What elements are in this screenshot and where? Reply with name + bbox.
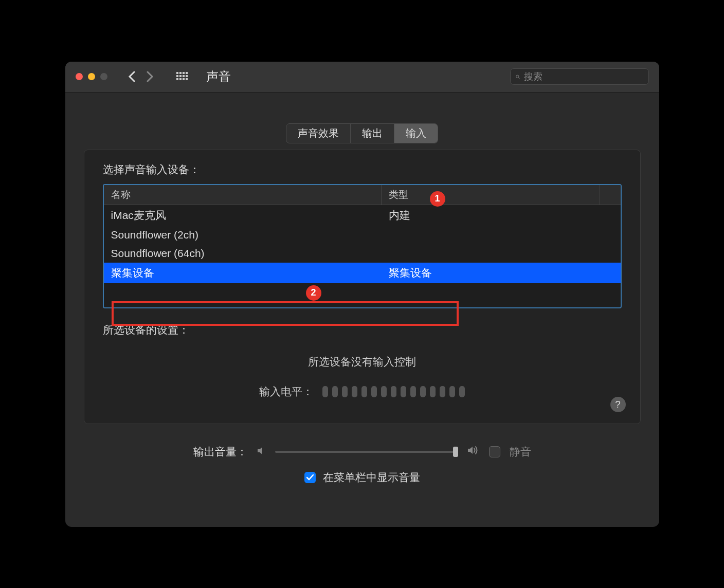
- chevron-right-icon: [147, 71, 154, 82]
- table-header: 名称 类型: [104, 185, 621, 205]
- grid-icon: [176, 72, 189, 81]
- svg-line-13: [518, 77, 519, 78]
- svg-rect-1: [179, 72, 182, 74]
- level-pip: [361, 386, 367, 397]
- no-input-controls-text: 所选设备没有输入控制: [84, 342, 640, 380]
- level-pip: [381, 386, 387, 397]
- input-panel: 选择声音输入设备： 名称 类型 iMac麦克风 内建 Soundflower (…: [84, 150, 641, 424]
- level-pip: [430, 386, 436, 397]
- table-row[interactable]: Soundflower (2ch): [104, 226, 621, 244]
- show-all-button[interactable]: [173, 69, 192, 84]
- check-icon: [306, 474, 314, 481]
- tab-input[interactable]: 输入: [394, 124, 438, 143]
- svg-rect-4: [176, 75, 178, 77]
- mute-checkbox[interactable]: [489, 446, 500, 457]
- forward-button: [141, 69, 159, 84]
- minimize-button[interactable]: [88, 73, 95, 80]
- input-level-meter: [322, 386, 465, 397]
- svg-rect-2: [183, 72, 185, 74]
- svg-rect-7: [186, 75, 188, 77]
- traffic-lights: [76, 73, 107, 80]
- column-type[interactable]: 类型: [382, 185, 600, 205]
- level-pip: [401, 386, 406, 397]
- output-volume-slider[interactable]: [275, 451, 458, 453]
- tab-output[interactable]: 输出: [351, 124, 394, 143]
- output-volume-label: 输出音量：: [193, 445, 247, 459]
- input-level-row: 输入电平：: [84, 380, 640, 409]
- device-table: 名称 类型 iMac麦克风 内建 Soundflower (2ch) Sound…: [103, 184, 622, 308]
- device-type: 内建: [382, 207, 621, 224]
- device-name: Soundflower (64ch): [104, 246, 382, 261]
- svg-rect-8: [176, 78, 178, 80]
- tabs: 声音效果 输出 输入: [84, 123, 641, 143]
- device-type: 聚集设备: [382, 265, 621, 281]
- selected-device-settings-label: 所选设备的设置：: [84, 308, 640, 342]
- titlebar: 声音: [65, 62, 659, 93]
- nav-arrows: [123, 69, 159, 84]
- show-in-menubar-label: 在菜单栏中显示音量: [323, 470, 420, 485]
- svg-rect-6: [183, 75, 185, 77]
- search-icon: [516, 72, 520, 81]
- svg-rect-9: [179, 78, 182, 80]
- annotation-badge-1: 1: [430, 191, 445, 207]
- level-pip: [420, 386, 426, 397]
- maximize-button: [100, 73, 107, 80]
- level-pip: [322, 386, 328, 397]
- level-pip: [440, 386, 445, 397]
- choose-device-label: 选择声音输入设备：: [84, 162, 640, 184]
- annotation-badge-2: 2: [306, 285, 321, 301]
- table-row[interactable]: 聚集设备 聚集设备: [104, 263, 621, 283]
- table-row[interactable]: iMac麦克风 内建: [104, 205, 621, 226]
- svg-rect-11: [186, 78, 188, 80]
- level-pip: [410, 386, 416, 397]
- slider-thumb[interactable]: [453, 447, 458, 457]
- device-type: [382, 246, 621, 261]
- search-input[interactable]: [524, 71, 643, 82]
- level-pip: [391, 386, 396, 397]
- level-pip: [332, 386, 338, 397]
- close-button[interactable]: [76, 73, 83, 80]
- tab-group: 声音效果 输出 输入: [286, 123, 438, 143]
- svg-rect-0: [176, 72, 178, 74]
- level-pip: [342, 386, 348, 397]
- help-button[interactable]: ?: [610, 397, 626, 412]
- sound-preferences-window: 声音 声音效果 输出 输入 1 选择声音输入设备： 名称 类型: [65, 62, 659, 527]
- show-in-menubar-row: 在菜单栏中显示音量: [84, 470, 641, 491]
- show-volume-in-menubar-checkbox[interactable]: [304, 472, 316, 483]
- volume-high-icon: [467, 445, 480, 458]
- mute-label: 静音: [510, 445, 531, 459]
- device-name: Soundflower (2ch): [104, 228, 382, 242]
- device-name: iMac麦克风: [104, 207, 382, 224]
- back-button[interactable]: [123, 69, 140, 84]
- window-title: 声音: [206, 68, 510, 85]
- column-spacer: [600, 185, 621, 205]
- svg-rect-3: [186, 72, 188, 74]
- content-area: 声音效果 输出 输入 1 选择声音输入设备： 名称 类型 iMac麦克风 内建: [65, 93, 659, 506]
- level-pip: [449, 386, 455, 397]
- column-name[interactable]: 名称: [104, 185, 382, 205]
- input-level-label: 输入电平：: [259, 384, 313, 399]
- volume-low-icon: [257, 446, 266, 458]
- tab-sound-effects[interactable]: 声音效果: [286, 124, 351, 143]
- device-type: [382, 228, 621, 242]
- device-name: 聚集设备: [104, 265, 382, 281]
- level-pip: [352, 386, 357, 397]
- chevron-left-icon: [128, 71, 135, 82]
- output-volume-row: 输出音量： 静音: [84, 424, 641, 470]
- table-row[interactable]: Soundflower (64ch): [104, 244, 621, 263]
- svg-rect-5: [179, 75, 182, 77]
- search-box[interactable]: [510, 68, 649, 85]
- table-body: iMac麦克风 内建 Soundflower (2ch) Soundflower…: [104, 205, 621, 283]
- svg-rect-10: [183, 78, 185, 80]
- level-pip: [459, 386, 465, 397]
- level-pip: [371, 386, 377, 397]
